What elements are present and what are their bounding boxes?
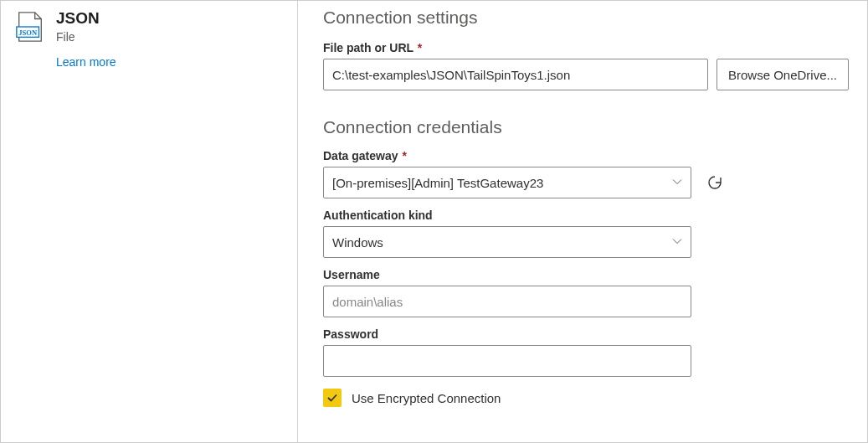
learn-more-link[interactable]: Learn more bbox=[56, 55, 116, 69]
connector-panel: JSON JSON File Learn more bbox=[1, 1, 298, 442]
chevron-down-icon bbox=[672, 177, 682, 189]
file-path-input[interactable] bbox=[323, 59, 708, 90]
chevron-down-icon bbox=[672, 236, 682, 249]
gateway-select[interactable]: [On-premises][Admin] TestGateway23 bbox=[323, 167, 691, 198]
auth-kind-label: Authentication kind bbox=[323, 209, 849, 222]
encrypted-checkbox[interactable] bbox=[323, 389, 342, 407]
username-input[interactable] bbox=[323, 286, 691, 317]
connection-settings-heading: Connection settings bbox=[323, 8, 849, 28]
svg-text:JSON: JSON bbox=[18, 28, 38, 37]
gateway-label: Data gateway * bbox=[323, 149, 849, 162]
auth-kind-select[interactable]: Windows bbox=[323, 226, 691, 258]
refresh-gateway-button[interactable] bbox=[703, 171, 727, 194]
json-file-icon: JSON bbox=[14, 11, 46, 43]
encrypted-label: Use Encrypted Connection bbox=[352, 391, 501, 405]
password-label: Password bbox=[323, 327, 849, 341]
connection-credentials-heading: Connection credentials bbox=[323, 117, 849, 137]
connector-title: JSON bbox=[56, 9, 100, 28]
password-input[interactable] bbox=[323, 345, 691, 377]
browse-onedrive-button[interactable]: Browse OneDrive... bbox=[716, 59, 849, 90]
connector-subtitle: File bbox=[56, 30, 100, 44]
settings-panel: Connection settings File path or URL * B… bbox=[298, 1, 867, 442]
file-path-label: File path or URL * bbox=[323, 41, 849, 54]
username-label: Username bbox=[323, 268, 849, 281]
